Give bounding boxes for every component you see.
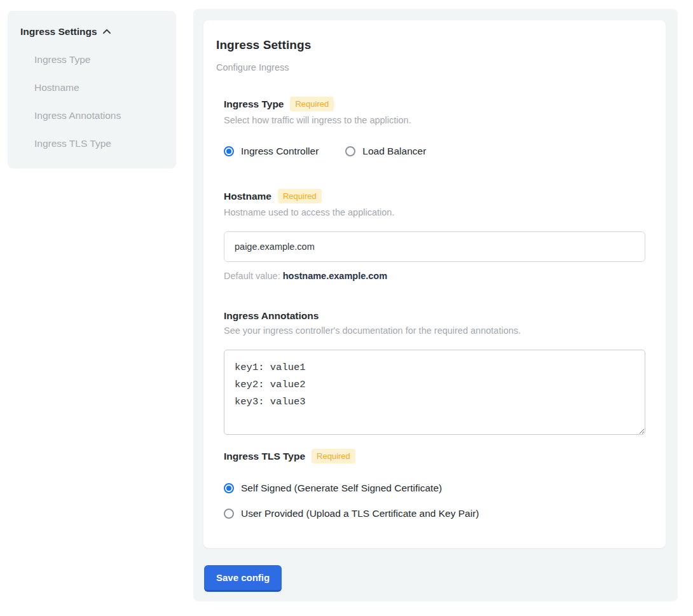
radio-option-user-provided[interactable]: User Provided (Upload a TLS Certificate … — [224, 508, 645, 519]
radio-option-ingress-controller[interactable]: Ingress Controller — [224, 146, 319, 157]
required-badge: Required — [290, 97, 334, 111]
radio-button-icon[interactable] — [224, 146, 234, 156]
section-ingress-type: Ingress Type Required Select how traffic… — [224, 97, 645, 157]
required-badge: Required — [278, 189, 322, 203]
radio-label[interactable]: Ingress Controller — [241, 146, 319, 157]
radio-button-icon[interactable] — [345, 146, 355, 156]
settings-sidebar: Ingress Settings Ingress Type Hostname I… — [8, 11, 176, 168]
sidebar-item-ingress-annotations[interactable]: Ingress Annotations — [20, 110, 163, 121]
radio-label[interactable]: Self Signed (Generate Self Signed Certif… — [241, 483, 442, 494]
ingress-settings-card: Ingress Settings Configure Ingress Ingre… — [203, 20, 666, 548]
hostname-description: Hostname used to access the application. — [224, 207, 645, 217]
hostname-default-hint: Default value: hostname.example.com — [224, 271, 645, 281]
ingress-tls-type-label: Ingress TLS Type — [224, 451, 305, 462]
ingress-type-label: Ingress Type — [224, 99, 284, 110]
save-config-button[interactable]: Save config — [204, 565, 282, 592]
hostname-label: Hostname — [224, 191, 271, 202]
radio-button-icon[interactable] — [224, 483, 234, 493]
radio-label[interactable]: Load Balancer — [362, 146, 426, 157]
default-hint-value: hostname.example.com — [283, 271, 387, 281]
sidebar-item-hostname[interactable]: Hostname — [20, 82, 163, 93]
section-hostname: Hostname Required Hostname used to acces… — [224, 189, 645, 281]
radio-option-self-signed[interactable]: Self Signed (Generate Self Signed Certif… — [224, 483, 645, 494]
section-ingress-tls-type: Ingress TLS Type Required Self Signed (G… — [224, 449, 645, 519]
sidebar-section-ingress-settings[interactable]: Ingress Settings — [20, 26, 163, 38]
required-badge: Required — [312, 449, 355, 463]
default-hint-prefix: Default value: — [224, 271, 283, 281]
ingress-type-description: Select how traffic will ingress to the a… — [224, 115, 645, 125]
chevron-up-icon — [102, 27, 111, 36]
sidebar-item-ingress-type[interactable]: Ingress Type — [20, 54, 163, 65]
sidebar-section-label: Ingress Settings — [20, 26, 97, 38]
radio-button-icon[interactable] — [224, 509, 234, 519]
ingress-annotations-label: Ingress Annotations — [224, 310, 319, 322]
radio-option-load-balancer[interactable]: Load Balancer — [345, 146, 426, 157]
hostname-input[interactable] — [224, 231, 645, 262]
ingress-annotations-textarea[interactable]: key1: value1 key2: value2 key3: value3 — [224, 350, 645, 435]
page-title: Ingress Settings — [216, 38, 645, 52]
ingress-settings-panel: Ingress Settings Configure Ingress Ingre… — [193, 9, 678, 601]
page-subtitle: Configure Ingress — [216, 62, 645, 72]
section-ingress-annotations: Ingress Annotations See your ingress con… — [224, 310, 645, 435]
sidebar-item-ingress-tls-type[interactable]: Ingress TLS Type — [20, 138, 163, 149]
radio-label[interactable]: User Provided (Upload a TLS Certificate … — [241, 508, 479, 519]
ingress-annotations-description: See your ingress controller's documentat… — [224, 325, 645, 336]
